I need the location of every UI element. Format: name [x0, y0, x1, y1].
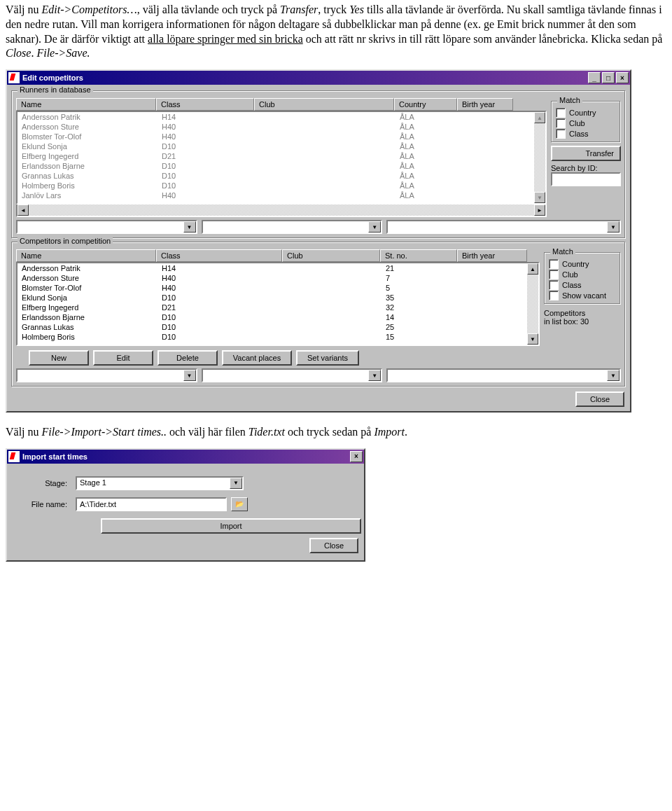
- stage-label: Stage:: [24, 479, 67, 487]
- class-checkbox[interactable]: Class: [549, 280, 616, 290]
- window-title: Edit competitors: [22, 74, 587, 82]
- class-checkbox[interactable]: Class: [556, 129, 616, 139]
- scroll-left-icon[interactable]: ◄: [18, 205, 29, 216]
- col-birth[interactable]: Birth year: [457, 98, 513, 111]
- table-row[interactable]: Janlöv LarsH40ÅLA: [18, 190, 545, 200]
- match-group: Match Country Club Class: [551, 101, 621, 143]
- table-row[interactable]: Eklund SonjaD10ÅLA: [18, 141, 545, 151]
- competitors-count-label: Competitors in list box: 30: [544, 309, 621, 326]
- close-window-button[interactable]: ×: [350, 451, 363, 462]
- group-legend: Match: [550, 247, 575, 256]
- runners-in-database-group: Runners in database Name Class Club Coun…: [11, 90, 626, 239]
- show-vacant-checkbox[interactable]: Show vacant: [549, 291, 616, 300]
- horizontal-scrollbar[interactable]: ◄ ►: [16, 205, 547, 217]
- titlebar[interactable]: Import start times ×: [7, 450, 364, 464]
- search-by-id-label: Search by ID:: [551, 164, 621, 172]
- window-title: Import start times: [22, 452, 349, 461]
- col-birth[interactable]: Birth year: [457, 249, 527, 262]
- table-row[interactable]: Erlandsson BjarneD1014: [18, 312, 538, 322]
- chevron-down-icon[interactable]: ▼: [183, 370, 196, 381]
- filter-dropdown-2[interactable]: ▼: [202, 220, 383, 234]
- col-stno[interactable]: St. no.: [380, 249, 457, 262]
- table-row[interactable]: Elfberg IngegerdD21ÅLA: [18, 151, 545, 161]
- filter-dropdown-6[interactable]: ▼: [386, 368, 621, 382]
- table-row[interactable]: Elfberg IngegerdD2132: [18, 303, 538, 312]
- scroll-up-icon[interactable]: ▲: [534, 112, 545, 123]
- browse-button[interactable]: 📂: [231, 497, 248, 511]
- app-icon: [8, 72, 20, 83]
- titlebar[interactable]: Edit competitors _ □ ×: [7, 71, 630, 85]
- col-country[interactable]: Country: [394, 98, 457, 111]
- instruction-paragraph-1: Välj nu Edit->Competitors…, välj alla tä…: [0, 0, 672, 64]
- import-start-times-window: Import start times × Stage: Stage 1 ▼ Fi…: [6, 448, 365, 562]
- filter-dropdown-4[interactable]: ▼: [16, 368, 197, 382]
- match-group-2: Match Country Club Class Show vacant: [544, 252, 621, 305]
- col-class[interactable]: Class: [156, 249, 282, 262]
- import-button[interactable]: Import: [101, 518, 361, 534]
- close-window-button[interactable]: ×: [616, 72, 629, 83]
- app-icon: [8, 451, 20, 462]
- table-row[interactable]: Grannas LukasD10ÅLA: [18, 171, 545, 181]
- folder-open-icon: 📂: [235, 500, 244, 508]
- chevron-down-icon[interactable]: ▼: [368, 221, 381, 233]
- filter-dropdown-3[interactable]: ▼: [386, 220, 621, 234]
- col-name[interactable]: Name: [16, 249, 156, 262]
- filter-dropdown-5[interactable]: ▼: [202, 368, 383, 382]
- stage-dropdown[interactable]: Stage 1 ▼: [76, 476, 244, 490]
- competitors-header: Name Class Club St. no. Birth year: [16, 249, 540, 262]
- maximize-button[interactable]: □: [602, 72, 615, 83]
- club-checkbox[interactable]: Club: [549, 270, 616, 279]
- edit-competitors-window: Edit competitors _ □ × Runners in databa…: [6, 69, 631, 413]
- minimize-button[interactable]: _: [588, 72, 601, 83]
- edit-button[interactable]: Edit: [93, 350, 153, 366]
- table-row[interactable]: Andersson StureH407: [18, 273, 538, 283]
- table-row[interactable]: Andersson PatrikH14ÅLA: [18, 112, 545, 122]
- col-name[interactable]: Name: [16, 98, 156, 111]
- close-button[interactable]: Close: [575, 391, 624, 407]
- set-variants-button[interactable]: Set variants: [296, 350, 359, 366]
- chevron-down-icon[interactable]: ▼: [607, 221, 620, 233]
- new-button[interactable]: New: [29, 350, 89, 366]
- vertical-scrollbar[interactable]: ▲ ▼: [534, 112, 545, 203]
- filter-dropdown-1[interactable]: ▼: [16, 220, 197, 234]
- transfer-button[interactable]: Transfer: [551, 146, 621, 161]
- scroll-up-icon[interactable]: ▲: [527, 263, 538, 275]
- scroll-down-icon[interactable]: ▼: [527, 333, 538, 345]
- chevron-down-icon[interactable]: ▼: [368, 370, 381, 381]
- chevron-down-icon[interactable]: ▼: [607, 370, 620, 381]
- table-row[interactable]: Blomster Tor-OlofH405: [18, 283, 538, 293]
- scroll-down-icon[interactable]: ▼: [534, 192, 545, 203]
- search-by-id-input[interactable]: [551, 172, 621, 186]
- file-name-input[interactable]: [76, 497, 227, 511]
- instruction-paragraph-2: Välj nu File->Import->Start times.. och …: [0, 422, 672, 443]
- table-row[interactable]: Andersson PatrikH1421: [18, 263, 538, 273]
- runners-header: Name Class Club Country Birth year: [16, 98, 547, 111]
- table-row[interactable]: Andersson StureH40ÅLA: [18, 122, 545, 132]
- runners-list[interactable]: Andersson PatrikH14ÅLAAndersson StureH40…: [16, 111, 547, 205]
- table-row[interactable]: Erlandsson BjarneD10ÅLA: [18, 161, 545, 171]
- close-button[interactable]: Close: [309, 538, 358, 553]
- vacant-places-button[interactable]: Vacant places: [222, 350, 292, 366]
- competitors-in-competition-group: Competitors in competition Name Class Cl…: [11, 242, 626, 387]
- table-row[interactable]: Grannas LukasD1025: [18, 322, 538, 332]
- group-legend: Match: [557, 96, 582, 104]
- table-row[interactable]: Holmberg BorisD1015: [18, 332, 538, 342]
- table-row[interactable]: Holmberg BorisD10ÅLA: [18, 181, 545, 190]
- chevron-down-icon[interactable]: ▼: [183, 221, 196, 233]
- delete-button[interactable]: Delete: [158, 350, 218, 366]
- chevron-down-icon[interactable]: ▼: [230, 478, 242, 489]
- table-row[interactable]: Blomster Tor-OlofH40ÅLA: [18, 132, 545, 141]
- vertical-scrollbar[interactable]: ▲ ▼: [527, 263, 538, 345]
- competitors-list[interactable]: Andersson PatrikH1421Andersson StureH407…: [16, 262, 540, 346]
- group-legend: Competitors in competition: [18, 237, 113, 245]
- club-checkbox[interactable]: Club: [556, 118, 616, 128]
- col-club[interactable]: Club: [254, 98, 394, 111]
- country-checkbox[interactable]: Country: [556, 108, 616, 118]
- country-checkbox[interactable]: Country: [549, 259, 616, 269]
- col-class[interactable]: Class: [156, 98, 254, 111]
- col-club[interactable]: Club: [282, 249, 380, 262]
- file-name-label: File name:: [24, 500, 67, 508]
- scroll-right-icon[interactable]: ►: [534, 205, 545, 216]
- table-row[interactable]: Eklund SonjaD1035: [18, 293, 538, 303]
- group-legend: Runners in database: [18, 85, 93, 94]
